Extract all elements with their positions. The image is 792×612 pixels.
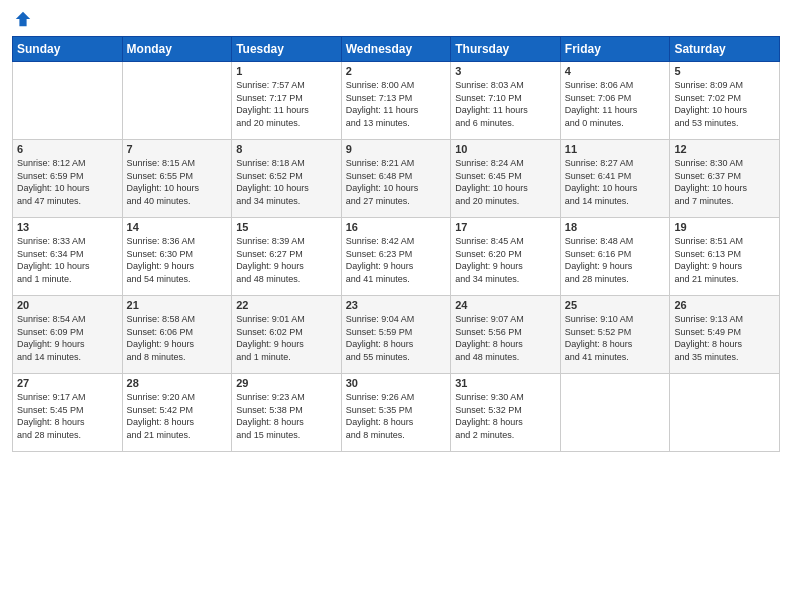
day-number: 8 <box>236 143 337 155</box>
calendar-week-row: 13Sunrise: 8:33 AM Sunset: 6:34 PM Dayli… <box>13 218 780 296</box>
day-info: Sunrise: 8:00 AM Sunset: 7:13 PM Dayligh… <box>346 79 447 129</box>
day-info: Sunrise: 8:15 AM Sunset: 6:55 PM Dayligh… <box>127 157 228 207</box>
day-number: 17 <box>455 221 556 233</box>
calendar-cell: 29Sunrise: 9:23 AM Sunset: 5:38 PM Dayli… <box>232 374 342 452</box>
day-info: Sunrise: 8:54 AM Sunset: 6:09 PM Dayligh… <box>17 313 118 363</box>
calendar-week-row: 20Sunrise: 8:54 AM Sunset: 6:09 PM Dayli… <box>13 296 780 374</box>
day-info: Sunrise: 8:39 AM Sunset: 6:27 PM Dayligh… <box>236 235 337 285</box>
calendar-cell: 12Sunrise: 8:30 AM Sunset: 6:37 PM Dayli… <box>670 140 780 218</box>
calendar-cell: 6Sunrise: 8:12 AM Sunset: 6:59 PM Daylig… <box>13 140 123 218</box>
day-info: Sunrise: 9:13 AM Sunset: 5:49 PM Dayligh… <box>674 313 775 363</box>
calendar-cell: 1Sunrise: 7:57 AM Sunset: 7:17 PM Daylig… <box>232 62 342 140</box>
calendar-table: SundayMondayTuesdayWednesdayThursdayFrid… <box>12 36 780 452</box>
day-info: Sunrise: 8:12 AM Sunset: 6:59 PM Dayligh… <box>17 157 118 207</box>
calendar-cell: 4Sunrise: 8:06 AM Sunset: 7:06 PM Daylig… <box>560 62 670 140</box>
calendar-cell: 21Sunrise: 8:58 AM Sunset: 6:06 PM Dayli… <box>122 296 232 374</box>
calendar-week-row: 6Sunrise: 8:12 AM Sunset: 6:59 PM Daylig… <box>13 140 780 218</box>
day-info: Sunrise: 8:58 AM Sunset: 6:06 PM Dayligh… <box>127 313 228 363</box>
day-number: 15 <box>236 221 337 233</box>
logo-icon <box>14 10 32 28</box>
day-info: Sunrise: 8:03 AM Sunset: 7:10 PM Dayligh… <box>455 79 556 129</box>
day-number: 16 <box>346 221 447 233</box>
day-info: Sunrise: 9:23 AM Sunset: 5:38 PM Dayligh… <box>236 391 337 441</box>
day-number: 3 <box>455 65 556 77</box>
day-info: Sunrise: 8:18 AM Sunset: 6:52 PM Dayligh… <box>236 157 337 207</box>
day-number: 2 <box>346 65 447 77</box>
calendar-cell: 13Sunrise: 8:33 AM Sunset: 6:34 PM Dayli… <box>13 218 123 296</box>
day-number: 14 <box>127 221 228 233</box>
calendar-cell: 9Sunrise: 8:21 AM Sunset: 6:48 PM Daylig… <box>341 140 451 218</box>
calendar-cell: 15Sunrise: 8:39 AM Sunset: 6:27 PM Dayli… <box>232 218 342 296</box>
svg-marker-0 <box>16 12 30 26</box>
calendar-cell: 30Sunrise: 9:26 AM Sunset: 5:35 PM Dayli… <box>341 374 451 452</box>
day-number: 1 <box>236 65 337 77</box>
calendar-cell: 24Sunrise: 9:07 AM Sunset: 5:56 PM Dayli… <box>451 296 561 374</box>
logo <box>12 10 32 28</box>
calendar-cell: 16Sunrise: 8:42 AM Sunset: 6:23 PM Dayli… <box>341 218 451 296</box>
calendar-cell: 10Sunrise: 8:24 AM Sunset: 6:45 PM Dayli… <box>451 140 561 218</box>
day-number: 5 <box>674 65 775 77</box>
day-number: 29 <box>236 377 337 389</box>
day-number: 7 <box>127 143 228 155</box>
day-number: 20 <box>17 299 118 311</box>
day-info: Sunrise: 8:42 AM Sunset: 6:23 PM Dayligh… <box>346 235 447 285</box>
calendar-week-row: 1Sunrise: 7:57 AM Sunset: 7:17 PM Daylig… <box>13 62 780 140</box>
day-info: Sunrise: 8:06 AM Sunset: 7:06 PM Dayligh… <box>565 79 666 129</box>
calendar-cell: 14Sunrise: 8:36 AM Sunset: 6:30 PM Dayli… <box>122 218 232 296</box>
calendar-cell <box>122 62 232 140</box>
calendar-cell <box>13 62 123 140</box>
calendar-cell <box>670 374 780 452</box>
calendar-cell: 5Sunrise: 8:09 AM Sunset: 7:02 PM Daylig… <box>670 62 780 140</box>
day-info: Sunrise: 8:36 AM Sunset: 6:30 PM Dayligh… <box>127 235 228 285</box>
day-info: Sunrise: 9:07 AM Sunset: 5:56 PM Dayligh… <box>455 313 556 363</box>
day-number: 23 <box>346 299 447 311</box>
calendar-cell: 11Sunrise: 8:27 AM Sunset: 6:41 PM Dayli… <box>560 140 670 218</box>
day-number: 21 <box>127 299 228 311</box>
calendar-cell: 31Sunrise: 9:30 AM Sunset: 5:32 PM Dayli… <box>451 374 561 452</box>
day-of-week-header: Tuesday <box>232 37 342 62</box>
day-of-week-header: Sunday <box>13 37 123 62</box>
day-info: Sunrise: 8:30 AM Sunset: 6:37 PM Dayligh… <box>674 157 775 207</box>
calendar-container: SundayMondayTuesdayWednesdayThursdayFrid… <box>0 0 792 612</box>
day-of-week-header: Friday <box>560 37 670 62</box>
day-of-week-header: Saturday <box>670 37 780 62</box>
day-info: Sunrise: 8:33 AM Sunset: 6:34 PM Dayligh… <box>17 235 118 285</box>
day-info: Sunrise: 9:17 AM Sunset: 5:45 PM Dayligh… <box>17 391 118 441</box>
calendar-header-row: SundayMondayTuesdayWednesdayThursdayFrid… <box>13 37 780 62</box>
calendar-cell: 7Sunrise: 8:15 AM Sunset: 6:55 PM Daylig… <box>122 140 232 218</box>
day-info: Sunrise: 9:20 AM Sunset: 5:42 PM Dayligh… <box>127 391 228 441</box>
day-of-week-header: Thursday <box>451 37 561 62</box>
calendar-cell: 8Sunrise: 8:18 AM Sunset: 6:52 PM Daylig… <box>232 140 342 218</box>
day-info: Sunrise: 9:01 AM Sunset: 6:02 PM Dayligh… <box>236 313 337 363</box>
day-info: Sunrise: 8:48 AM Sunset: 6:16 PM Dayligh… <box>565 235 666 285</box>
day-info: Sunrise: 8:24 AM Sunset: 6:45 PM Dayligh… <box>455 157 556 207</box>
day-info: Sunrise: 8:27 AM Sunset: 6:41 PM Dayligh… <box>565 157 666 207</box>
day-info: Sunrise: 9:26 AM Sunset: 5:35 PM Dayligh… <box>346 391 447 441</box>
day-number: 9 <box>346 143 447 155</box>
day-number: 22 <box>236 299 337 311</box>
calendar-cell: 26Sunrise: 9:13 AM Sunset: 5:49 PM Dayli… <box>670 296 780 374</box>
calendar-cell: 27Sunrise: 9:17 AM Sunset: 5:45 PM Dayli… <box>13 374 123 452</box>
day-of-week-header: Monday <box>122 37 232 62</box>
day-number: 12 <box>674 143 775 155</box>
header <box>12 10 780 28</box>
day-info: Sunrise: 9:04 AM Sunset: 5:59 PM Dayligh… <box>346 313 447 363</box>
day-number: 31 <box>455 377 556 389</box>
day-info: Sunrise: 8:09 AM Sunset: 7:02 PM Dayligh… <box>674 79 775 129</box>
day-number: 4 <box>565 65 666 77</box>
day-number: 6 <box>17 143 118 155</box>
day-info: Sunrise: 9:30 AM Sunset: 5:32 PM Dayligh… <box>455 391 556 441</box>
day-info: Sunrise: 7:57 AM Sunset: 7:17 PM Dayligh… <box>236 79 337 129</box>
calendar-cell: 23Sunrise: 9:04 AM Sunset: 5:59 PM Dayli… <box>341 296 451 374</box>
calendar-cell: 22Sunrise: 9:01 AM Sunset: 6:02 PM Dayli… <box>232 296 342 374</box>
day-number: 24 <box>455 299 556 311</box>
day-number: 19 <box>674 221 775 233</box>
day-number: 28 <box>127 377 228 389</box>
day-info: Sunrise: 8:45 AM Sunset: 6:20 PM Dayligh… <box>455 235 556 285</box>
day-info: Sunrise: 8:21 AM Sunset: 6:48 PM Dayligh… <box>346 157 447 207</box>
calendar-cell: 18Sunrise: 8:48 AM Sunset: 6:16 PM Dayli… <box>560 218 670 296</box>
day-number: 26 <box>674 299 775 311</box>
calendar-cell: 25Sunrise: 9:10 AM Sunset: 5:52 PM Dayli… <box>560 296 670 374</box>
day-number: 10 <box>455 143 556 155</box>
day-info: Sunrise: 8:51 AM Sunset: 6:13 PM Dayligh… <box>674 235 775 285</box>
